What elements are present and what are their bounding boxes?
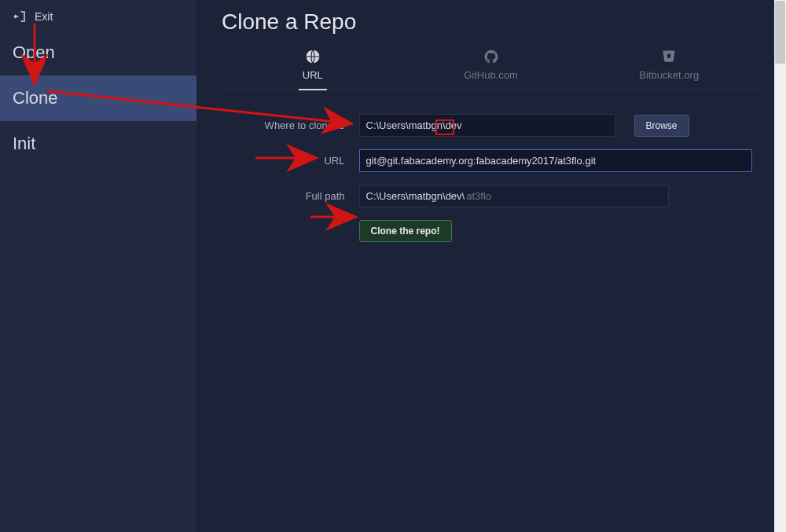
fullpath-prefix: C:\Users\matbgn\dev\ (366, 190, 465, 202)
url-input[interactable] (359, 149, 752, 172)
github-icon (483, 49, 499, 64)
app-window: Exit Open Clone Init Clone a Repo URL (0, 0, 774, 532)
globe-icon (305, 49, 321, 64)
row-fullpath: Full path C:\Users\matbgn\dev\ at3flo (224, 185, 758, 207)
where-label: Where to clone to (224, 119, 359, 131)
source-tabs: URL GitHub.com Bitbucket.org (224, 42, 758, 90)
tab-github[interactable]: GitHub.com (402, 42, 580, 90)
tab-bitbucket[interactable]: Bitbucket.org (580, 42, 758, 90)
row-submit: Clone the repo! (224, 220, 758, 242)
fullpath-display: C:\Users\matbgn\dev\ at3flo (359, 185, 669, 207)
sidebar: Exit Open Clone Init (0, 0, 196, 532)
row-url: URL (224, 149, 758, 172)
window-scrollbar[interactable] (774, 0, 786, 532)
tab-label: URL (303, 69, 323, 81)
clone-form: Where to clone to Browse URL Full path C… (224, 114, 758, 242)
sidebar-item-open[interactable]: Open (0, 30, 196, 75)
where-input[interactable] (359, 114, 615, 137)
sidebar-item-label: Init (13, 134, 35, 153)
tab-label: GitHub.com (464, 69, 518, 81)
exit-label: Exit (35, 10, 53, 23)
scrollbar-thumb[interactable] (775, 1, 785, 64)
tab-label: Bitbucket.org (639, 69, 699, 81)
page-title: Clone a Repo (222, 9, 760, 35)
url-label: URL (224, 155, 359, 167)
row-where: Where to clone to Browse (224, 114, 758, 137)
sidebar-item-label: Open (13, 42, 55, 62)
tab-url[interactable]: URL (224, 42, 402, 90)
bitbucket-icon (661, 49, 677, 64)
clone-button[interactable]: Clone the repo! (359, 220, 452, 242)
browse-button[interactable]: Browse (634, 115, 689, 137)
fullpath-label: Full path (224, 190, 359, 202)
sidebar-item-label: Clone (13, 88, 57, 108)
sidebar-item-init[interactable]: Init (0, 121, 196, 167)
exit-button[interactable]: Exit (0, 3, 196, 30)
fullpath-suffix: at3flo (466, 190, 491, 202)
main-panel: Clone a Repo URL GitHub.com Bitbucket (196, 0, 774, 532)
exit-icon (13, 9, 27, 24)
sidebar-item-clone[interactable]: Clone (0, 75, 196, 121)
